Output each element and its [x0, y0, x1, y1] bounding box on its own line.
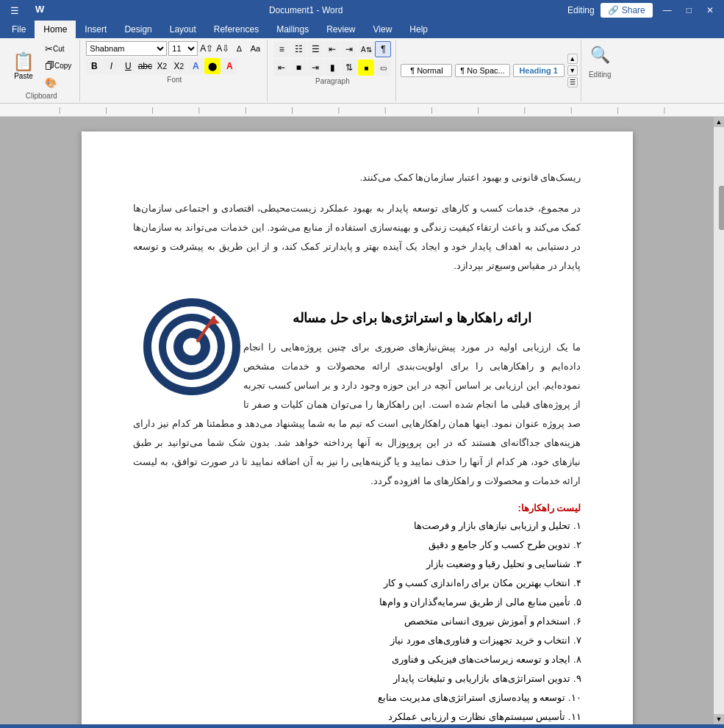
font-content: Shabnam 11 A⇧ A⇩ ∆ Aa B I U abc X2 X2 A …	[86, 41, 262, 74]
list-item-1: ۱. تحلیل و ارزیابی نیازهای بازار و فرصت‌…	[133, 516, 581, 536]
editing-label: Editing	[567, 5, 595, 15]
sort-button[interactable]: A⇅	[358, 41, 374, 57]
paste-button[interactable]: 📋 Paste	[7, 49, 40, 82]
text-effects-button[interactable]: A	[187, 58, 204, 74]
list-title: لیست راهکارها:	[133, 502, 581, 513]
shading-button[interactable]: ■	[358, 60, 374, 76]
bold-button[interactable]: B	[86, 58, 102, 74]
maximize-button[interactable]: □	[682, 5, 696, 15]
tab-file[interactable]: File	[3, 21, 35, 38]
style-no-space-label: No Spac...	[467, 66, 504, 75]
editing-group: 🔍 Editing	[583, 40, 617, 101]
style-no-space-icon: ¶	[460, 66, 465, 75]
tab-mailings[interactable]: Mailings	[268, 21, 318, 38]
cut-button[interactable]: ✂ Cut	[41, 41, 75, 57]
underline-button[interactable]: U	[120, 58, 136, 74]
italic-button[interactable]: I	[103, 58, 119, 74]
align-center-button[interactable]: ■	[290, 60, 307, 76]
document-container: ریسک‌های قانونی و بهبود اعتبار سازمان‌ها…	[0, 117, 714, 724]
style-no-space-button[interactable]: ¶ No Spac...	[455, 64, 509, 77]
list-item-11: ۱۱. تأسیس سیستم‌های نظارت و ارزیابی عملک…	[133, 707, 581, 724]
font-color-button[interactable]: A	[221, 58, 237, 74]
scroll-thumb[interactable]	[719, 186, 724, 230]
align-left-button[interactable]: ⇤	[273, 60, 290, 76]
tab-view[interactable]: View	[365, 21, 401, 38]
list-item-7: ۷. انتخاب و خرید تجهیزات و فناوری‌های مو…	[133, 631, 581, 650]
scroll-down-button[interactable]: ▼	[714, 714, 724, 724]
filename: Document1 - Word	[269, 5, 343, 15]
tab-insert[interactable]: Insert	[76, 21, 115, 38]
close-button[interactable]: ✕	[702, 5, 718, 15]
text-highlight-button[interactable]: ⬤	[204, 58, 221, 74]
share-icon: 🔗	[608, 5, 619, 15]
borders-button[interactable]: ▭	[375, 60, 391, 76]
tab-home[interactable]: Home	[35, 21, 76, 38]
style-heading1-label: Heading 1	[519, 66, 558, 75]
justify-button[interactable]: ▮	[324, 60, 340, 76]
ruler-marks: ||||||||||||||	[59, 107, 665, 114]
share-button[interactable]: 🔗 Share	[601, 3, 653, 18]
tab-layout[interactable]: Layout	[161, 21, 205, 38]
style-normal-button[interactable]: ¶ Normal	[401, 64, 452, 77]
styles-scroll-up-button[interactable]: ▲	[567, 54, 578, 64]
style-normal-label: Normal	[417, 66, 442, 75]
document-wrapper: ریسک‌های قانونی و بهبود اعتبار سازمان‌ها…	[0, 117, 724, 724]
paragraph-content: ≡ ☷ ☰ ⇤ ⇥ A⇅ ¶ ⇤ ■ ⇥ ▮ ⇅ ■ ▭	[273, 41, 391, 76]
ribbon-tabs: File Home Insert Design Layout Reference…	[0, 21, 724, 38]
font-size-decrease-button[interactable]: A⇩	[215, 41, 230, 56]
font-family-select[interactable]: Shabnam	[86, 41, 167, 56]
list-section: لیست راهکارها: ۱. تحلیل و ارزیابی نیازها…	[133, 502, 581, 724]
style-heading1-button[interactable]: Heading 1	[513, 64, 564, 77]
document-page: ریسک‌های قانونی و بهبود اعتبار سازمان‌ها…	[82, 131, 633, 724]
font-label: Font	[167, 76, 182, 84]
list-item-3: ۳. شناسایی و تحلیل رقبا و وضعیت بازار	[133, 555, 581, 574]
copy-button[interactable]: 🗍 Copy	[41, 58, 75, 73]
decrease-indent-button[interactable]: ⇤	[324, 41, 340, 57]
line-spacing-button[interactable]: ⇅	[341, 60, 357, 76]
increase-indent-button[interactable]: ⇥	[341, 41, 357, 57]
file-menu[interactable]: ☰	[6, 4, 24, 18]
paste-icon: 📋	[12, 51, 35, 72]
target-icon	[140, 295, 243, 398]
paragraph-row2: ⇤ ■ ⇥ ▮ ⇅ ■ ▭	[273, 60, 391, 76]
font-size-select[interactable]: 11	[168, 41, 198, 56]
multilevel-list-button[interactable]: ☰	[307, 41, 323, 57]
font-size-increase-button[interactable]: A⇧	[199, 41, 214, 56]
list-item-4: ۴. انتخاب بهترین مکان برای راه‌اندازی کس…	[133, 574, 581, 593]
superscript-button[interactable]: X2	[171, 58, 187, 74]
app-name: W	[35, 4, 44, 18]
show-formatting-button[interactable]: ¶	[375, 41, 391, 57]
target-svg	[140, 295, 243, 398]
strikethrough-button[interactable]: abc	[137, 58, 153, 74]
styles-scroll-buttons: ▲ ▼ ☰	[567, 54, 578, 87]
text-case-button[interactable]: Aa	[248, 41, 262, 56]
tab-help[interactable]: Help	[401, 21, 437, 38]
style-normal-icon: ¶	[410, 66, 415, 75]
clipboard-group: 📋 Paste ✂ Cut 🗍 Copy 🎨 Clipboard	[3, 40, 80, 101]
tab-design[interactable]: Design	[115, 21, 160, 38]
vertical-scrollbar[interactable]: ▲ ▼	[714, 117, 724, 724]
styles-more-button[interactable]: ☰	[567, 77, 578, 87]
bullets-button[interactable]: ≡	[273, 41, 290, 57]
tab-review[interactable]: Review	[318, 21, 364, 38]
styles-content: ¶ Normal ¶ No Spac... Heading 1	[401, 64, 564, 77]
list-item-5: ۵. تأمین منابع مالی از طریق سرمایه‌گذارا…	[133, 593, 581, 612]
clipboard-content: 📋 Paste ✂ Cut 🗍 Copy 🎨	[7, 41, 75, 90]
title-bar-right: Editing 🔗 Share — □ ✕	[567, 3, 718, 18]
tab-references[interactable]: References	[205, 21, 268, 38]
editing-icon: 🔍	[590, 46, 610, 65]
subscript-button[interactable]: X2	[154, 58, 170, 74]
scroll-up-button[interactable]: ▲	[714, 117, 724, 127]
list-item-10: ۱۰. توسعه و پیاده‌سازی استراتژی‌های مدیر…	[133, 688, 581, 707]
font-group: Shabnam 11 A⇧ A⇩ ∆ Aa B I U abc X2 X2 A …	[82, 40, 268, 101]
styles-scroll-down-button[interactable]: ▼	[567, 65, 578, 76]
numbering-button[interactable]: ☷	[290, 41, 307, 57]
clipboard-label: Clipboard	[26, 92, 57, 100]
editing-content: 🔍	[587, 43, 613, 68]
format-painter-button[interactable]: 🎨	[41, 75, 75, 90]
align-right-button[interactable]: ⇥	[307, 60, 323, 76]
paste-label: Paste	[14, 72, 33, 80]
clear-formatting-button[interactable]: ∆	[232, 41, 246, 56]
title-bar: ☰ W Document1 - Word Editing 🔗 Share — □…	[0, 0, 724, 21]
minimize-button[interactable]: —	[659, 5, 676, 15]
